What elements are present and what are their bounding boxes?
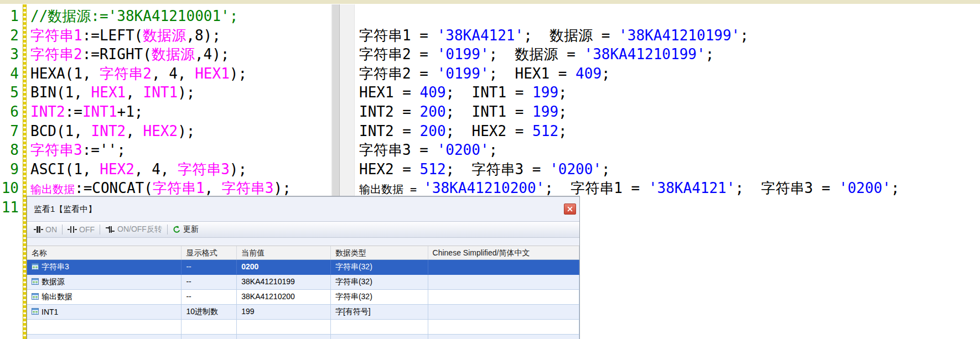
close-icon[interactable] bbox=[564, 204, 576, 215]
code-token: ,4); bbox=[195, 46, 230, 62]
code-token: 字符串1 bbox=[153, 180, 205, 196]
watch-titlebar[interactable]: 监看1【监看中】 bbox=[27, 197, 579, 221]
code-token: 字符串2 bbox=[100, 65, 152, 82]
code-token: ,8); bbox=[186, 27, 221, 44]
name-cell: INT1 bbox=[27, 305, 182, 319]
modified-indicator-bar bbox=[23, 4, 27, 339]
monitor-var-name: HEX1 = bbox=[515, 65, 576, 82]
code-token: 字符串3 bbox=[178, 161, 230, 178]
code-line: 字符串3:=''; bbox=[30, 140, 126, 159]
monitor-separator bbox=[454, 123, 471, 139]
monitor-var-name: 数据源 = bbox=[515, 46, 584, 62]
monitor-line: 字符串2 = '0199'; 数据源 = '38KA41210199'; bbox=[359, 45, 714, 64]
line-number: 2 bbox=[0, 26, 19, 45]
chinese-cell bbox=[428, 290, 579, 304]
code-token: INT2 bbox=[30, 103, 65, 120]
format-cell: -- bbox=[182, 275, 237, 289]
monitor-semicolon: ; bbox=[558, 103, 567, 120]
column-header[interactable]: 当前值 bbox=[237, 246, 331, 259]
table-row-empty[interactable] bbox=[27, 320, 579, 335]
monitor-var-value: '0200' bbox=[839, 180, 891, 196]
code-token: HEX1 bbox=[195, 65, 230, 82]
monitor-semicolon: ; bbox=[446, 84, 455, 101]
code-token: , bbox=[126, 123, 143, 139]
chinese-cell bbox=[428, 275, 579, 289]
monitor-var-value: '0199' bbox=[437, 65, 489, 82]
empty-cell bbox=[237, 320, 331, 334]
monitor-semicolon: ; bbox=[558, 123, 567, 139]
watch-toolbar: ONOFFON/OFF反转更新 bbox=[27, 221, 579, 238]
code-token: 数据源 bbox=[143, 27, 186, 44]
code-token: 输出数据 bbox=[30, 182, 75, 196]
empty-cell bbox=[428, 320, 579, 334]
code-line: ASCI(1, HEX2, 4, 字符串3); bbox=[30, 160, 247, 179]
monitor-separator bbox=[454, 84, 471, 101]
code-token: ); bbox=[274, 180, 291, 196]
empty-cell bbox=[237, 335, 331, 339]
code-token: , 4, bbox=[134, 161, 178, 178]
invert-icon bbox=[105, 226, 115, 233]
toolbar-button-refresh[interactable]: 更新 bbox=[169, 223, 202, 236]
line-number: 6 bbox=[0, 102, 19, 121]
column-header[interactable]: Chinese Simplified/简体中文 bbox=[428, 246, 579, 259]
code-token: , bbox=[205, 180, 222, 196]
line-number: 3 bbox=[0, 45, 19, 64]
monitor-separator bbox=[532, 27, 549, 44]
name-cell: 输出数据 bbox=[27, 290, 182, 304]
row-name-label: 字符串3 bbox=[42, 262, 69, 272]
watch-item-icon bbox=[32, 293, 39, 301]
monitor-semicolon: ; bbox=[523, 27, 532, 44]
table-row[interactable]: 输出数据--38KA41210200字符串(32) bbox=[27, 290, 579, 305]
code-token: +1; bbox=[117, 103, 143, 120]
monitor-var-name: 字符串1 = bbox=[359, 27, 437, 44]
type-cell: 字符串(32) bbox=[331, 260, 428, 274]
monitor-var-name: HEX2 = bbox=[472, 123, 533, 139]
line-number: 10 bbox=[0, 179, 19, 197]
monitor-var-value: '38KA4121' bbox=[437, 27, 524, 44]
code-token: HEX1 bbox=[91, 84, 126, 101]
table-row[interactable]: INT110进制数199字[有符号] bbox=[27, 305, 579, 320]
editor-top-strip bbox=[0, 0, 980, 4]
code-token: 字符串1 bbox=[30, 27, 82, 44]
code-line: BCD(1, INT2, HEX2); bbox=[30, 122, 195, 140]
monitor-var-name: 字符串2 = bbox=[359, 65, 437, 82]
table-row[interactable]: 字符串3--0200字符串(32) bbox=[27, 260, 579, 275]
monitor-var-value: '0200' bbox=[549, 161, 602, 178]
code-token: 字符串3 bbox=[30, 142, 82, 158]
code-token: 数据源 bbox=[152, 46, 195, 62]
toolbar-button-off[interactable]: OFF bbox=[64, 223, 98, 236]
monitor-semicolon: ; bbox=[740, 27, 749, 44]
monitor-var-value: 200 bbox=[420, 123, 446, 139]
monitor-var-name: INT2 = bbox=[359, 123, 420, 139]
table-row-empty[interactable] bbox=[27, 335, 579, 339]
column-header[interactable]: 名称 bbox=[27, 246, 182, 259]
code-line: INT2:=INT1+1; bbox=[30, 102, 143, 121]
table-row[interactable]: 数据源--38KA41210199字符串(32) bbox=[27, 275, 579, 290]
monitor-semicolon: ; bbox=[446, 103, 455, 120]
monitor-semicolon: ; bbox=[602, 161, 610, 178]
empty-cell bbox=[331, 335, 428, 339]
watch-item-icon bbox=[32, 307, 39, 316]
line-number: 8 bbox=[0, 140, 19, 159]
column-header[interactable]: 数据类型 bbox=[331, 246, 428, 259]
code-line: HEXA(1, 字符串2, 4, HEX1); bbox=[30, 64, 247, 83]
code-token: ); bbox=[178, 84, 195, 101]
monitor-var-value: '38KA41210199' bbox=[619, 27, 740, 44]
code-token: //数据源:='38KA41210001'; bbox=[30, 8, 238, 24]
name-cell: 数据源 bbox=[27, 275, 182, 289]
code-token: :=CONCAT( bbox=[75, 180, 153, 196]
watch-window: 监看1【监看中】 ONOFFON/OFF反转更新 名称显示格式当前值数据类型Ch… bbox=[27, 196, 580, 339]
code-token: :=''; bbox=[82, 142, 126, 158]
code-token: HEXA(1, bbox=[30, 65, 100, 82]
monitor-line: 字符串2 = '0199'; HEX1 = 409; bbox=[359, 64, 610, 83]
column-header[interactable]: 显示格式 bbox=[182, 246, 237, 259]
toolbar-separator bbox=[62, 225, 63, 234]
empty-cell bbox=[331, 320, 428, 334]
monitor-line: INT2 = 200; HEX2 = 512; bbox=[359, 122, 567, 140]
monitor-var-name: 字符串1 = bbox=[571, 180, 649, 196]
monitor-semicolon: ; bbox=[706, 46, 714, 62]
toolbar-button-invert[interactable]: ON/OFF反转 bbox=[102, 223, 165, 236]
toolbar-button-on[interactable]: ON bbox=[30, 223, 60, 236]
code-token: 字符串2 bbox=[30, 46, 82, 62]
empty-cell bbox=[428, 335, 579, 339]
